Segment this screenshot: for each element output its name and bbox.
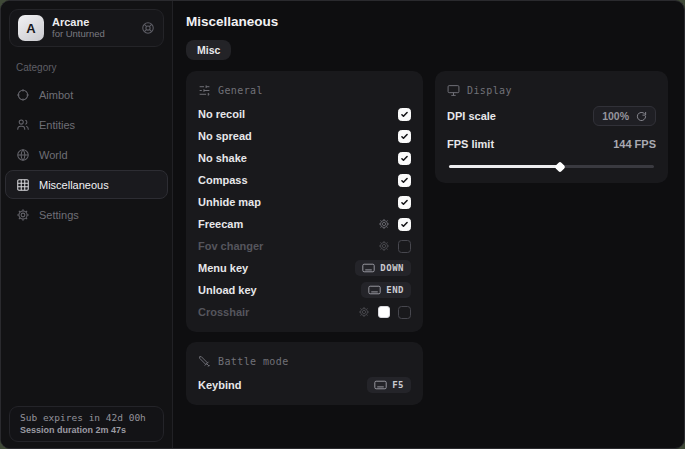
dpi-scale-input[interactable]: 100% xyxy=(593,106,656,126)
keybind-value: F5 xyxy=(392,380,404,390)
sidebar-item-aimbot[interactable]: Aimbot xyxy=(5,80,168,109)
setting-row-no-spread: No spread xyxy=(198,125,411,147)
gear-icon[interactable] xyxy=(358,306,370,318)
grid-icon xyxy=(16,178,30,192)
setting-row-no-shake: No shake xyxy=(198,147,411,169)
subscription-card: Sub expires in 42d 00h Session duration … xyxy=(9,406,164,442)
setting-row-unhide-map: Unhide map xyxy=(198,191,411,213)
sidebar-item-entities[interactable]: Entities xyxy=(5,110,168,139)
sliders-icon xyxy=(198,84,211,97)
setting-row-freecam: Freecam xyxy=(198,213,411,235)
fps-limit-value: 144 FPS xyxy=(613,138,656,150)
globe-icon xyxy=(16,148,30,162)
checkbox[interactable] xyxy=(398,174,411,187)
sidebar-item-miscellaneous[interactable]: Miscellaneous xyxy=(5,170,168,199)
keyboard-icon xyxy=(368,285,381,295)
setting-label: Menu key xyxy=(198,262,248,274)
app-subtitle: for Unturned xyxy=(52,29,133,40)
setting-row-menu-key: Menu key DOWN xyxy=(198,257,411,279)
main-content: Miscellaneous Misc General No recoil xyxy=(173,1,684,448)
setting-label: No spread xyxy=(198,130,252,142)
gear-icon[interactable] xyxy=(378,240,390,252)
users-icon xyxy=(16,118,30,132)
checkbox[interactable] xyxy=(398,218,411,231)
general-panel: General No recoil No spread No shake xyxy=(186,71,423,332)
app-name: Arcane xyxy=(52,16,133,29)
sword-icon xyxy=(198,355,211,368)
setting-row-compass: Compass xyxy=(198,169,411,191)
keybind-badge[interactable]: DOWN xyxy=(355,260,411,276)
sidebar: A Arcane for Unturned Category Aimbot En… xyxy=(1,1,173,448)
brand-card: A Arcane for Unturned xyxy=(9,9,164,47)
checkbox[interactable] xyxy=(398,196,411,209)
monitor-icon xyxy=(447,84,460,97)
display-panel: Display DPI scale 100% FPS limit 144 FPS xyxy=(435,71,668,183)
general-panel-title: General xyxy=(218,85,263,96)
keybind-value: DOWN xyxy=(380,263,404,273)
keybind-value: END xyxy=(386,285,404,295)
slider-fill xyxy=(449,165,560,168)
fps-limit-slider[interactable] xyxy=(449,165,654,168)
general-panel-header: General xyxy=(198,84,411,97)
slider-thumb[interactable] xyxy=(554,161,565,172)
color-swatch[interactable] xyxy=(378,306,390,318)
app-logo: A xyxy=(18,15,44,41)
battle-mode-panel: Battle mode Keybind F5 xyxy=(186,342,423,405)
battle-panel-title: Battle mode xyxy=(218,356,289,367)
display-panel-header: Display xyxy=(447,84,656,97)
sub-expires-text: Sub expires in 42d 00h xyxy=(20,412,153,423)
setting-row-crosshair: Crosshair xyxy=(198,301,411,323)
setting-row-dpi-scale: DPI scale 100% xyxy=(447,103,656,129)
setting-label: No shake xyxy=(198,152,247,164)
setting-row-fps-limit: FPS limit 144 FPS xyxy=(447,131,656,157)
tab-bar: Misc xyxy=(186,40,668,60)
checkbox[interactable] xyxy=(398,130,411,143)
keyboard-icon xyxy=(374,380,387,390)
sidebar-item-settings[interactable]: Settings xyxy=(5,200,168,229)
setting-label: Unhide map xyxy=(198,196,261,208)
sync-icon[interactable] xyxy=(141,21,155,35)
display-panel-title: Display xyxy=(467,85,512,96)
keybind-badge[interactable]: END xyxy=(361,282,411,298)
sidebar-item-label: Aimbot xyxy=(39,89,73,101)
checkbox[interactable] xyxy=(398,152,411,165)
setting-label: DPI scale xyxy=(447,110,496,122)
setting-row-fov-changer: Fov changer xyxy=(198,235,411,257)
setting-label: Compass xyxy=(198,174,248,186)
setting-label: Unload key xyxy=(198,284,257,296)
session-duration-text: Session duration 2m 47s xyxy=(20,425,153,435)
keybind-badge[interactable]: F5 xyxy=(367,377,411,393)
brand-text: Arcane for Unturned xyxy=(52,16,133,40)
setting-label: Fov changer xyxy=(198,240,263,252)
checkbox[interactable] xyxy=(398,240,411,253)
setting-label: Crosshair xyxy=(198,306,249,318)
setting-row-keybind: Keybind F5 xyxy=(198,374,411,396)
reset-icon[interactable] xyxy=(636,111,647,122)
sidebar-item-label: Entities xyxy=(39,119,75,131)
app-window: A Arcane for Unturned Category Aimbot En… xyxy=(0,0,685,449)
tab-misc[interactable]: Misc xyxy=(186,40,231,60)
category-label: Category xyxy=(16,62,172,73)
gear-icon[interactable] xyxy=(378,218,390,230)
sidebar-item-label: Settings xyxy=(39,209,79,221)
page-title: Miscellaneous xyxy=(186,14,668,29)
setting-label: No recoil xyxy=(198,108,245,120)
dpi-scale-value: 100% xyxy=(602,110,629,122)
checkbox[interactable] xyxy=(398,108,411,121)
sidebar-item-label: Miscellaneous xyxy=(39,179,109,191)
checkbox[interactable] xyxy=(398,306,411,319)
setting-row-no-recoil: No recoil xyxy=(198,103,411,125)
sidebar-nav: Aimbot Entities World Miscellaneous Sett… xyxy=(1,80,172,229)
setting-label: FPS limit xyxy=(447,138,494,150)
crosshair-icon xyxy=(16,88,30,102)
sidebar-item-world[interactable]: World xyxy=(5,140,168,169)
setting-label: Keybind xyxy=(198,379,241,391)
setting-row-unload-key: Unload key END xyxy=(198,279,411,301)
battle-panel-header: Battle mode xyxy=(198,355,411,368)
setting-label: Freecam xyxy=(198,218,243,230)
sidebar-item-label: World xyxy=(39,149,68,161)
keyboard-icon xyxy=(362,263,375,273)
gear-icon xyxy=(16,208,30,222)
